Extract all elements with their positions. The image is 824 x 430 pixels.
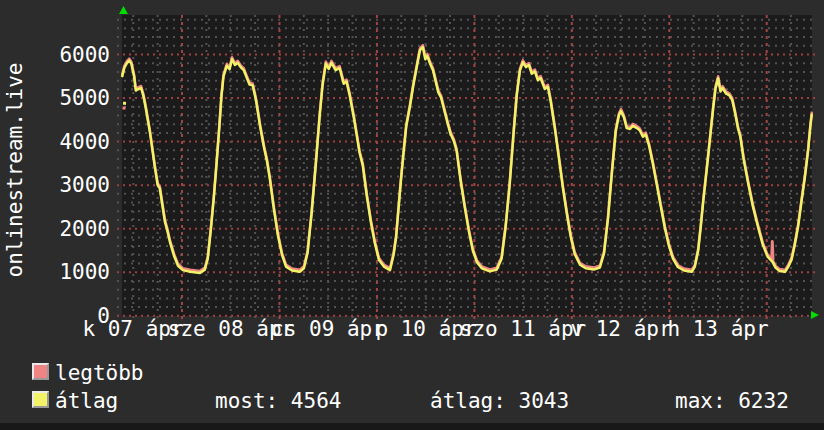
series-avg-start-dot [123,102,126,105]
series-max-start-dot [123,107,126,110]
y-axis-arrow-up-icon [119,6,128,14]
y-axis-tick-label: 6000 [0,43,110,67]
y-axis-tick-label: 2000 [0,217,110,241]
x-axis-day-label: szo 11 ápr [460,317,586,341]
y-axis-tick-label: 5000 [0,86,110,110]
y-axis-tick-label: 4000 [0,130,110,154]
x-axis-arrow-right-icon [811,311,819,319]
stat-max: max: 6232 [675,389,789,413]
legend-label: átlag [55,389,118,413]
series-max-spike [772,242,773,261]
stat-most: most: 4564 [215,389,341,413]
stat-atlag: átlag: 3043 [430,389,569,413]
legend-swatch-legtobb [32,363,49,380]
bottom-strip [0,423,824,430]
plot-background [122,15,812,316]
legend-swatch-atlag [32,391,49,408]
legend-label: legtöbb [55,361,144,385]
x-axis-day-label: h 13 ápr [667,317,768,341]
y-axis-tick-label: 1000 [0,260,110,284]
rrdtool-graph: onlinestream.live 0100020003000400050006… [0,0,824,430]
y-axis-tick-label: 3000 [0,173,110,197]
x-axis-day-label: cs 09 ápr [271,317,385,341]
x-axis-day-label: v 12 ápr [570,317,671,341]
